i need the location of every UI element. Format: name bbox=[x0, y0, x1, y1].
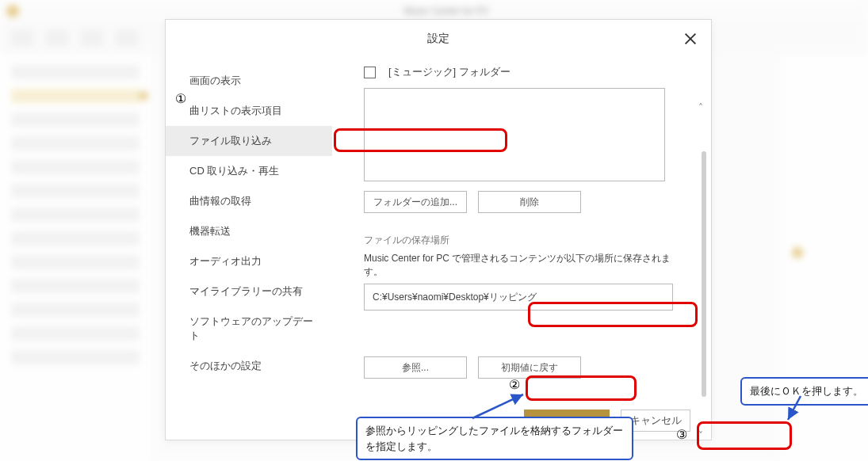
settings-dialog: 設定 画面の表示 曲リストの表示項目 ファイル取り込み CD 取り込み・再生 曲… bbox=[165, 19, 712, 440]
chevron-up-icon[interactable]: ˄ bbox=[695, 102, 706, 113]
sidebar-item-label: 機器転送 bbox=[189, 225, 231, 237]
sidebar-item-label: そのほかの設定 bbox=[189, 360, 262, 371]
dialog-main: [ミュージック] フォルダー フォルダーの追加... 削除 ファイルの保存場所 … bbox=[332, 58, 711, 440]
save-location-path: C:¥Users¥naomi¥Desktop¥リッピング bbox=[364, 284, 673, 311]
annotation-balloon-browse: 参照からリッピングしたファイルを格納するフォルダーを指定します。 bbox=[356, 417, 633, 460]
delete-folder-button[interactable]: 削除 bbox=[478, 191, 581, 213]
dialog-title: 設定 bbox=[427, 32, 449, 46]
button-label: 削除 bbox=[520, 196, 539, 209]
sidebar-item-track-info[interactable]: 曲情報の取得 bbox=[166, 186, 332, 216]
button-label: キャンセル bbox=[630, 413, 682, 428]
button-label: フォルダーの追加... bbox=[373, 196, 457, 209]
folder-listbox[interactable] bbox=[364, 88, 665, 181]
annotation-number-2: ② bbox=[509, 377, 520, 392]
close-icon[interactable] bbox=[681, 29, 700, 48]
dialog-header: 設定 bbox=[166, 20, 711, 58]
sidebar-item-label: 画面の表示 bbox=[189, 74, 241, 86]
sidebar-item-label: CD 取り込み・再生 bbox=[189, 165, 279, 177]
browse-button[interactable]: 参照... bbox=[364, 356, 467, 379]
sidebar-item-columns[interactable]: 曲リストの表示項目 bbox=[166, 96, 332, 126]
button-label: 初期値に戻す bbox=[501, 361, 558, 375]
sidebar-item-display[interactable]: 画面の表示 bbox=[166, 66, 332, 96]
annotation-number-3: ③ bbox=[676, 427, 687, 442]
reset-default-button[interactable]: 初期値に戻す bbox=[478, 356, 581, 379]
sidebar-item-transfer[interactable]: 機器転送 bbox=[166, 216, 332, 246]
button-label: 参照... bbox=[402, 361, 429, 375]
sidebar-item-label: オーディオ出力 bbox=[189, 255, 262, 267]
sidebar-item-other[interactable]: そのほかの設定 bbox=[166, 351, 332, 381]
sidebar-item-label: ファイル取り込み bbox=[189, 135, 272, 147]
dialog-sidebar: 画面の表示 曲リストの表示項目 ファイル取り込み CD 取り込み・再生 曲情報の… bbox=[166, 58, 332, 440]
sidebar-item-label: マイライブラリーの共有 bbox=[189, 285, 303, 297]
sidebar-item-label: 曲情報の取得 bbox=[189, 195, 251, 207]
save-location-heading: ファイルの保存場所 bbox=[364, 234, 689, 247]
sidebar-item-library-share[interactable]: マイライブラリーの共有 bbox=[166, 276, 332, 307]
sidebar-item-file-import[interactable]: ファイル取り込み bbox=[166, 126, 332, 156]
music-folder-checkbox[interactable] bbox=[364, 67, 376, 78]
sidebar-item-label: 曲リストの表示項目 bbox=[189, 105, 282, 116]
path-text: C:¥Users¥naomi¥Desktop¥リッピング bbox=[373, 291, 537, 304]
add-folder-button[interactable]: フォルダーの追加... bbox=[364, 191, 467, 213]
sidebar-item-label: ソフトウェアのアップデート bbox=[189, 315, 313, 341]
sidebar-item-update[interactable]: ソフトウェアのアップデート bbox=[166, 307, 332, 351]
chevron-down-icon[interactable]: ˅ bbox=[695, 430, 706, 441]
sidebar-item-audio-out[interactable]: オーディオ出力 bbox=[166, 246, 332, 276]
annotation-number-1: ① bbox=[175, 91, 186, 106]
save-location-description: Music Center for PC で管理されるコンテンツが以下の場所に保存… bbox=[364, 252, 689, 279]
music-folder-checkbox-label: [ミュージック] フォルダー bbox=[388, 65, 510, 79]
sidebar-item-cd[interactable]: CD 取り込み・再生 bbox=[166, 156, 332, 186]
annotation-balloon-ok: 最後にＯＫを押します。 bbox=[740, 377, 868, 406]
scrollbar-thumb[interactable] bbox=[702, 151, 706, 397]
